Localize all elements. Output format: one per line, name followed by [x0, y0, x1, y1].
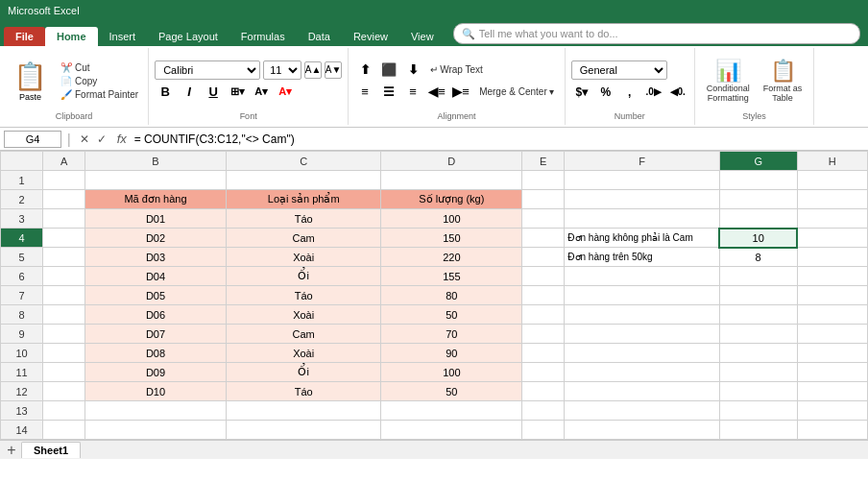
cell-a2[interactable] [43, 190, 85, 209]
cell-c14[interactable] [226, 421, 381, 440]
row-header-2[interactable]: 2 [1, 190, 43, 209]
cell-d8[interactable]: 50 [381, 305, 522, 325]
percent-button[interactable]: % [595, 83, 616, 102]
cell-e12[interactable] [522, 382, 565, 401]
borders-button[interactable]: ⊞▾ [227, 83, 248, 102]
cell-b7[interactable]: D05 [85, 286, 227, 305]
cell-e10[interactable] [522, 344, 565, 363]
underline-button[interactable]: U [203, 83, 224, 102]
cell-h11[interactable] [797, 363, 867, 382]
cell-a5[interactable] [43, 248, 85, 267]
align-middle-button[interactable]: ⬛ [378, 60, 399, 80]
tab-page-layout[interactable]: Page Layout [147, 27, 229, 46]
row-header-3[interactable]: 3 [1, 209, 43, 229]
cell-g3[interactable] [719, 209, 797, 229]
cell-g14[interactable] [719, 421, 797, 440]
align-bottom-button[interactable]: ⬇ [402, 60, 423, 80]
row-header-1[interactable]: 1 [1, 171, 43, 190]
cell-e2[interactable] [522, 190, 565, 209]
cell-g2[interactable] [719, 190, 797, 209]
conditional-formatting-button[interactable]: 📊 ConditionalFormatting [701, 55, 756, 107]
confirm-formula-button[interactable]: ✓ [94, 132, 109, 147]
row-header-6[interactable]: 6 [1, 267, 43, 286]
cell-e8[interactable] [522, 305, 565, 325]
number-format-select[interactable]: General [571, 60, 667, 80]
cell-a14[interactable] [43, 421, 85, 440]
cell-g13[interactable] [719, 401, 797, 421]
cell-a7[interactable] [43, 286, 85, 305]
row-header-8[interactable]: 8 [1, 305, 43, 325]
format-as-table-button[interactable]: 📋 Format asTable [758, 55, 808, 107]
cell-f13[interactable] [565, 401, 720, 421]
cell-a13[interactable] [43, 401, 85, 421]
cell-g5[interactable]: 8 [719, 248, 797, 267]
row-header-11[interactable]: 11 [1, 363, 43, 382]
cell-f11[interactable] [565, 363, 720, 382]
cell-b4[interactable]: D02 [85, 229, 227, 248]
row-header-13[interactable]: 13 [1, 401, 43, 421]
cell-b3[interactable]: D01 [85, 209, 227, 229]
cell-g9[interactable] [719, 325, 797, 344]
cell-c5[interactable]: Xoài [226, 248, 381, 267]
tab-view[interactable]: View [399, 27, 446, 46]
align-right-button[interactable]: ≡ [402, 83, 423, 102]
row-header-10[interactable]: 10 [1, 344, 43, 363]
row-header-14[interactable]: 14 [1, 421, 43, 440]
cell-h3[interactable] [797, 209, 867, 229]
merge-center-button[interactable]: Merge & Center ▾ [474, 84, 559, 99]
cell-d3[interactable]: 100 [381, 209, 522, 229]
col-header-c[interactable]: C [226, 152, 381, 171]
tab-data[interactable]: Data [297, 27, 342, 46]
cell-c2[interactable]: Loại sản phẩm [226, 190, 381, 209]
align-center-button[interactable]: ☰ [378, 83, 399, 102]
cell-a6[interactable] [43, 267, 85, 286]
cell-c7[interactable]: Táo [226, 286, 381, 305]
col-header-d[interactable]: D [381, 152, 522, 171]
font-shrink-button[interactable]: A▼ [325, 61, 342, 79]
cell-a4[interactable] [43, 229, 85, 248]
italic-button[interactable]: I [179, 83, 200, 102]
cell-c3[interactable]: Táo [226, 209, 381, 229]
cell-c1[interactable] [226, 171, 381, 190]
indent-decrease-button[interactable]: ◀≡ [426, 83, 447, 102]
cell-b8[interactable]: D06 [85, 305, 227, 325]
paste-button[interactable]: 📋 Paste [6, 57, 55, 106]
cell-h5[interactable] [797, 248, 867, 267]
cell-d6[interactable]: 155 [381, 267, 522, 286]
cell-f10[interactable] [565, 344, 720, 363]
copy-button[interactable]: 📄 Copy [57, 75, 142, 87]
cell-b5[interactable]: D03 [85, 248, 227, 267]
cell-a9[interactable] [43, 325, 85, 344]
cell-f9[interactable] [565, 325, 720, 344]
cell-h7[interactable] [797, 286, 867, 305]
cell-a1[interactable] [43, 171, 85, 190]
cell-g11[interactable] [719, 363, 797, 382]
cell-d5[interactable]: 220 [381, 248, 522, 267]
row-header-9[interactable]: 9 [1, 325, 43, 344]
cell-h4[interactable] [797, 229, 867, 248]
tell-me-box[interactable]: 🔍 Tell me what you want to do... [453, 23, 860, 44]
cell-g1[interactable] [719, 171, 797, 190]
format-painter-button[interactable]: 🖌️ Format Painter [57, 88, 142, 101]
cell-a8[interactable] [43, 305, 85, 325]
sheet-tab-1[interactable]: Sheet1 [21, 442, 81, 458]
cell-b9[interactable]: D07 [85, 325, 227, 344]
tab-insert[interactable]: Insert [98, 27, 148, 46]
cell-b6[interactable]: D04 [85, 267, 227, 286]
cell-e11[interactable] [522, 363, 565, 382]
tab-review[interactable]: Review [342, 27, 399, 46]
cell-g4[interactable]: 10 [719, 229, 797, 248]
cell-d7[interactable]: 80 [381, 286, 522, 305]
cell-h10[interactable] [797, 344, 867, 363]
add-sheet-button[interactable]: + [4, 443, 19, 458]
cell-f4[interactable]: Đơn hàng không phải là Cam [565, 229, 720, 248]
row-header-5[interactable]: 5 [1, 248, 43, 267]
formula-input[interactable] [134, 133, 864, 146]
cell-f8[interactable] [565, 305, 720, 325]
tab-file[interactable]: File [4, 27, 45, 46]
cell-f3[interactable] [565, 209, 720, 229]
cell-b12[interactable]: D10 [85, 382, 227, 401]
cell-c9[interactable]: Cam [226, 325, 381, 344]
cell-g7[interactable] [719, 286, 797, 305]
cell-d11[interactable]: 100 [381, 363, 522, 382]
